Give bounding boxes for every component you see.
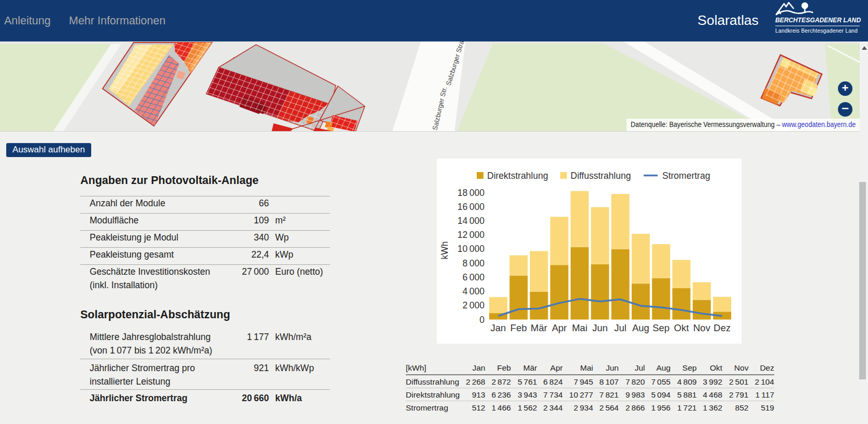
svg-text:Diffusstrahlung: Diffusstrahlung bbox=[571, 171, 631, 181]
svg-text:kWh: kWh bbox=[439, 242, 450, 260]
svg-text:Mär: Mär bbox=[531, 322, 547, 333]
svg-text:14 000: 14 000 bbox=[458, 216, 485, 226]
svg-text:Feb: Feb bbox=[510, 322, 527, 333]
svg-text:Okt: Okt bbox=[674, 322, 689, 333]
svg-text:0: 0 bbox=[479, 315, 485, 325]
svg-text:Stromertrag: Stromertrag bbox=[662, 171, 710, 181]
svg-text:Nov: Nov bbox=[693, 322, 711, 333]
svg-text:Jul: Jul bbox=[614, 322, 627, 333]
svg-text:Jan: Jan bbox=[491, 322, 506, 333]
svg-text:Dez: Dez bbox=[714, 322, 731, 333]
svg-text:Jun: Jun bbox=[592, 322, 608, 333]
svg-text:Direktstrahlung: Direktstrahlung bbox=[487, 171, 548, 181]
svg-text:10 000: 10 000 bbox=[458, 244, 485, 254]
svg-text:16 000: 16 000 bbox=[458, 202, 485, 212]
svg-text:12 000: 12 000 bbox=[458, 230, 485, 240]
svg-text:18 000: 18 000 bbox=[458, 188, 485, 198]
svg-text:2 000: 2 000 bbox=[463, 300, 485, 310]
svg-text:Aug: Aug bbox=[632, 322, 649, 333]
svg-text:6 000: 6 000 bbox=[463, 272, 485, 282]
svg-text:8 000: 8 000 bbox=[463, 258, 485, 268]
svg-text:4 000: 4 000 bbox=[463, 286, 485, 296]
svg-text:Mai: Mai bbox=[572, 322, 588, 333]
svg-text:Apr: Apr bbox=[552, 322, 567, 333]
svg-text:Sep: Sep bbox=[652, 322, 670, 333]
